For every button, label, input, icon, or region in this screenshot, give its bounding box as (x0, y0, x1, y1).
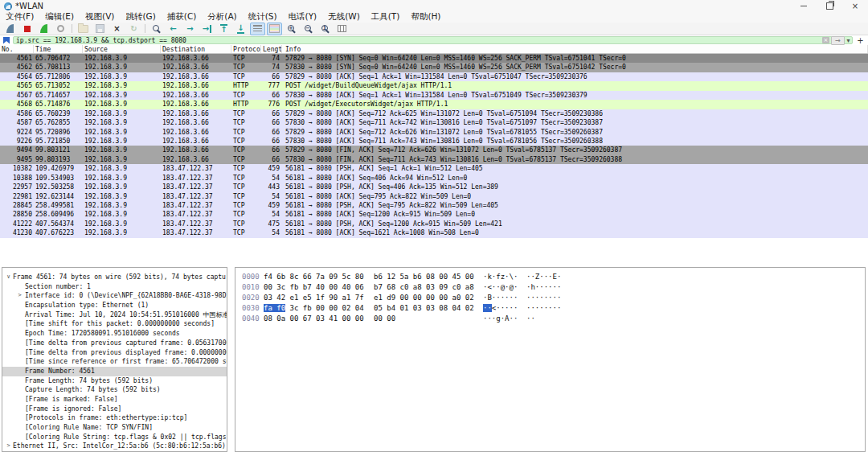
resize-columns-button[interactable] (334, 23, 350, 35)
packet-row[interactable]: 456565.713052192.168.3.9192.168.3.66HTTP… (0, 81, 868, 90)
packet-row[interactable]: 28850258.609496192.168.3.9183.47.122.37T… (0, 210, 868, 219)
zoom-out-button[interactable]: − (301, 23, 316, 35)
save-file-button[interactable] (92, 23, 108, 35)
menu-item[interactable]: 分析(A) (202, 11, 242, 23)
menu-item[interactable]: 帮助(H) (405, 11, 446, 23)
detail-line[interactable]: Arrival Time: Jul 10, 2024 10:54:51.9510… (2, 310, 227, 320)
packet-row[interactable]: 922695.721850192.168.3.9192.168.3.66TCP6… (0, 137, 868, 146)
filter-clear-button[interactable]: × (822, 37, 829, 43)
detail-line[interactable]: [Frame is ignored: False] (2, 405, 227, 414)
detail-line[interactable]: Epoch Time: 1720580091.951016000 seconds (2, 329, 227, 339)
menu-item[interactable]: 捕获(C) (162, 11, 203, 23)
detail-line[interactable]: [Frame is marked: False] (2, 395, 227, 405)
hex-row[interactable]: 0000f4 6b 8c 66 7a 09 5c 80b6 12 5a b6 0… (235, 272, 865, 282)
packet-row[interactable]: 22981192.623144192.168.3.9183.47.122.37T… (0, 192, 868, 201)
column-header-destination[interactable]: Destination (161, 45, 231, 53)
hex-row[interactable]: 001000 3c fb b7 40 00 40 06b7 68 c0 a8 0… (235, 282, 865, 293)
packet-row[interactable]: 10388109.534903192.168.3.9183.47.122.37T… (0, 174, 868, 183)
packet-row[interactable]: 949499.803121192.168.3.9192.168.3.66TCP6… (0, 146, 868, 154)
close-button[interactable]: × (842, 0, 868, 11)
zoom-in-button[interactable]: + (284, 23, 299, 35)
column-header-source[interactable]: Source (83, 45, 161, 53)
restart-capture-button[interactable] (36, 23, 51, 35)
detail-line[interactable]: Frame Length: 74 bytes (592 bits) (2, 376, 227, 386)
packet-row[interactable]: 22957192.503258192.168.3.9183.47.122.37T… (0, 183, 868, 191)
filter-apply-button[interactable]: → (831, 36, 845, 45)
packet-row[interactable]: 456865.714876192.168.3.9192.168.3.66HTTP… (0, 100, 868, 109)
colorize-button[interactable] (267, 23, 282, 35)
menu-item[interactable]: 统计(S) (243, 11, 283, 23)
packet-row[interactable]: 458765.762855192.168.3.9192.168.3.66TCP6… (0, 118, 868, 127)
cell-length: 475 (261, 220, 282, 228)
packet-row[interactable]: 28845258.499581192.168.3.9183.47.122.37T… (0, 201, 868, 210)
detail-line[interactable]: [Time shift for this packet: 0.000000000… (2, 319, 227, 329)
minimize-button[interactable] (791, 0, 817, 11)
detail-line[interactable]: [Coloring Rule String: tcp.flags & 0x02 … (2, 433, 227, 442)
packet-row[interactable]: 10382109.426979192.168.3.9183.47.122.37T… (0, 164, 868, 173)
detail-line[interactable]: Capture Length: 74 bytes (592 bits) (2, 385, 227, 395)
hex-row[interactable]: 0030fa f0 3c fb 00 00 02 0405 b4 01 03 0… (235, 303, 865, 314)
detail-line[interactable]: [Protocols in frame: eth:ethertype:ip:tc… (2, 413, 227, 423)
detail-line[interactable]: >Ethernet II, Src: IntelCor_12:5a:b6 (5c… (2, 442, 227, 451)
collapsed-arrow-icon[interactable]: > (5, 442, 12, 451)
cell-info: 56181 → 8080 [PSH, ACK] Seq=795 Ack=822 … (282, 201, 868, 210)
column-header-protocol[interactable]: Protocol (231, 45, 261, 53)
go-back-button[interactable]: ← (166, 23, 181, 35)
packet-row[interactable]: 949599.803193192.168.3.9192.168.3.66TCP6… (0, 155, 868, 164)
menu-item[interactable]: 无线(W) (322, 11, 366, 23)
packet-row[interactable]: 456765.714657192.168.3.9192.168.3.66TCP6… (0, 91, 868, 100)
menu-item[interactable]: 文件(F) (0, 11, 39, 23)
hex-row[interactable]: 004008 0a 00 67 03 41 00 0000 00···g·A··… (235, 314, 865, 324)
detail-line[interactable]: >Interface id: 0 (\Device\NPF_{62A18BB0-… (2, 291, 227, 301)
menu-item[interactable]: 工具(T) (366, 11, 406, 23)
packet-row[interactable]: 456165.706472192.168.3.9192.168.3.66TCP7… (0, 54, 868, 63)
packet-row[interactable]: 456465.712806192.168.3.9192.168.3.66TCP6… (0, 72, 868, 81)
maximize-button[interactable] (817, 0, 842, 11)
packet-row[interactable]: 456265.708113192.168.3.9192.168.3.66TCP7… (0, 63, 868, 72)
menu-item[interactable]: 视图(V) (80, 11, 120, 23)
auto-scroll-button[interactable] (250, 23, 265, 35)
capture-options-button[interactable] (53, 23, 68, 35)
detail-line[interactable]: [Time delta from previous displayed fram… (2, 348, 227, 358)
column-header-time[interactable]: Time (34, 45, 83, 53)
close-file-button[interactable]: × (109, 23, 125, 35)
reload-file-button[interactable]: ↻ (126, 23, 141, 35)
filter-add-button[interactable]: + (855, 36, 866, 45)
menu-item[interactable]: 编辑(E) (39, 11, 80, 23)
menu-item[interactable]: 跳转(G) (120, 11, 161, 23)
filter-dropdown-caret[interactable]: ▾ (845, 37, 852, 44)
detail-line[interactable]: ∨Frame 4561: 74 bytes on wire (592 bits)… (2, 273, 227, 282)
detail-line[interactable]: Frame Number: 4561 (2, 367, 227, 376)
go-last-button[interactable]: ↓ (233, 23, 248, 35)
packet-row[interactable]: 41230407.676223192.168.3.9183.47.122.37T… (0, 228, 868, 237)
hex-row[interactable]: 002003 42 e1 e5 1f 90 a1 7fe1 d9 00 00 0… (235, 293, 865, 303)
filter-bookmark-icon[interactable] (3, 37, 10, 44)
title-bar: *WLAN × (0, 0, 868, 11)
collapsed-arrow-icon[interactable]: > (16, 291, 23, 301)
detail-line[interactable]: [Coloring Rule Name: TCP SYN/FIN] (2, 423, 227, 433)
stop-capture-button[interactable] (19, 23, 35, 35)
column-header-info[interactable]: Info (282, 45, 868, 53)
zoom-100-button[interactable]: 1 (317, 23, 333, 35)
packet-row[interactable]: 41222407.564374192.168.3.9183.47.122.37T… (0, 220, 868, 228)
open-file-button[interactable] (76, 23, 91, 35)
cell-source: 192.168.3.9 (83, 201, 161, 210)
menu-item[interactable]: 电话(Y) (283, 11, 323, 23)
go-first-button[interactable]: ↑ (216, 23, 231, 35)
cell-destination: 192.168.3.66 (161, 155, 231, 164)
find-packet-button[interactable] (149, 23, 164, 35)
packet-row[interactable]: 458665.760239192.168.3.9192.168.3.66TCP6… (0, 109, 868, 118)
cell-time: 109.426979 (34, 164, 83, 173)
start-capture-button[interactable] (2, 23, 18, 35)
column-header-no[interactable]: No. (0, 45, 34, 53)
expanded-arrow-icon[interactable]: ∨ (5, 273, 12, 282)
detail-line[interactable]: Encapsulation type: Ethernet (1) (2, 301, 227, 310)
go-to-packet-button[interactable]: → (199, 23, 215, 35)
detail-line[interactable]: Section number: 1 (2, 282, 227, 292)
display-filter-input[interactable] (16, 37, 822, 44)
packet-row[interactable]: 922495.720896192.168.3.9192.168.3.66TCP6… (0, 128, 868, 137)
go-forward-button[interactable]: → (182, 23, 198, 35)
detail-line[interactable]: [Time since reference or first frame: 65… (2, 357, 227, 367)
column-header-length[interactable]: Length (261, 45, 282, 53)
detail-line[interactable]: [Time delta from previous captured frame… (2, 339, 227, 348)
